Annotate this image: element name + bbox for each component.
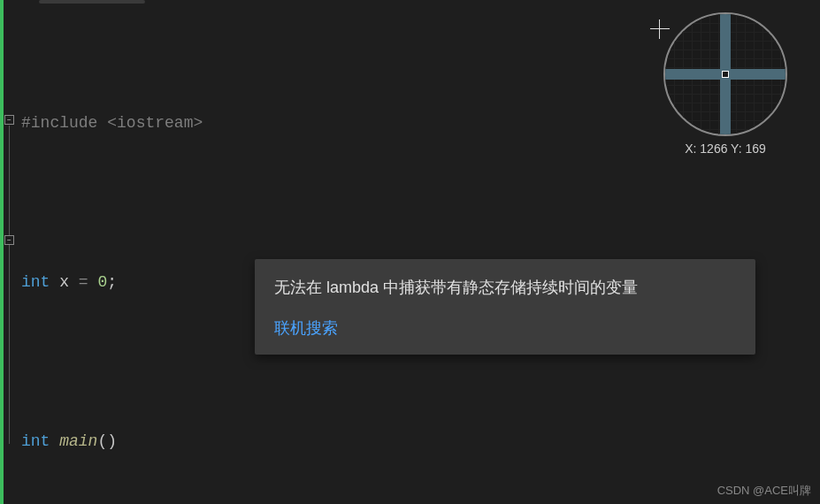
tooltip-message: 无法在 lambda 中捕获带有静态存储持续时间的变量 [274,277,736,298]
pixel-magnifier: X: 1266 Y: 169 [652,12,799,156]
horizontal-scrollbar[interactable] [39,0,145,4]
fold-guide [9,126,10,444]
magnifier-center-pixel [723,72,728,77]
error-tooltip: 无法在 lambda 中捕获带有静态存储持续时间的变量 联机搜索 [255,259,755,355]
magnifier-lens [663,12,787,136]
tooltip-search-link[interactable]: 联机搜索 [274,317,736,339]
watermark: CSDN @ACE叫牌 [717,483,811,499]
gutter: − − [0,0,14,504]
code-line: int main() [21,428,813,454]
fold-toggle-main[interactable]: − [4,115,14,125]
magnifier-coords: X: 1266 Y: 169 [652,141,799,156]
code-line [21,189,813,216]
fold-toggle-lambda[interactable]: − [4,235,14,245]
